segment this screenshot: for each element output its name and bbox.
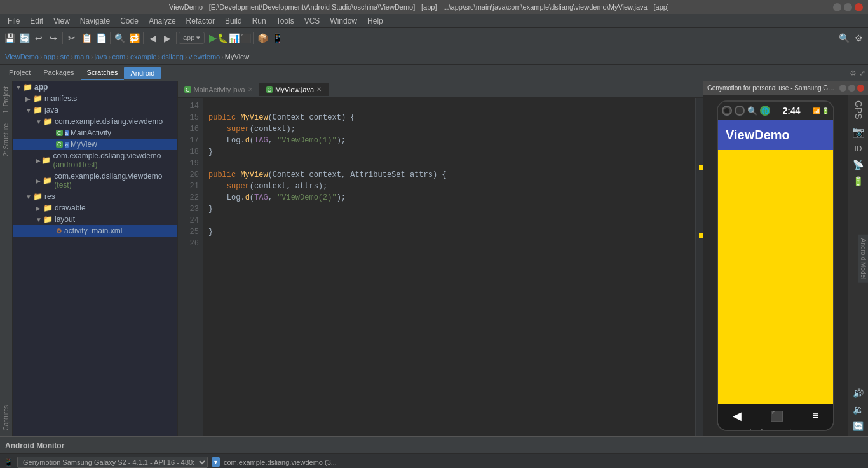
- project-side-tab[interactable]: 1: Project: [1, 81, 11, 118]
- minimize-btn[interactable]: [833, 3, 841, 11]
- device-expand-btn[interactable]: ▾: [212, 457, 220, 467]
- genymotion-restore-btn[interactable]: [848, 85, 855, 92]
- phone-status-bar: 🔍 🌐 2:44 📶 🔋: [718, 102, 833, 120]
- tab-scratches[interactable]: Scratches: [81, 66, 125, 80]
- menu-refactor[interactable]: Refactor: [181, 15, 220, 27]
- rotate-icon[interactable]: 🔄: [853, 421, 864, 431]
- tree-item-app[interactable]: ▼ 📁 app: [13, 81, 177, 93]
- tab-project[interactable]: Project: [3, 66, 37, 80]
- phone-search-icon[interactable]: 🔍: [747, 106, 757, 116]
- toolbar-cut-btn[interactable]: ✂: [65, 31, 79, 45]
- breadcrumb-dsliang[interactable]: dsliang: [161, 53, 184, 60]
- project-panel-expand[interactable]: ⤢: [859, 69, 865, 78]
- volume-up-icon[interactable]: 🔊: [853, 388, 864, 398]
- toolbar-undo-btn[interactable]: ↩: [32, 31, 46, 45]
- menu-code[interactable]: Code: [115, 15, 144, 27]
- editor-column: C MainActivity.java ✕ C MyView.java ✕ 14…: [178, 81, 703, 436]
- toolbar-redo-btn[interactable]: ↪: [46, 31, 60, 45]
- menu-build[interactable]: Build: [220, 15, 247, 27]
- project-panel-gear[interactable]: ⚙: [850, 69, 857, 78]
- battery-icon[interactable]: 🔋: [853, 176, 864, 186]
- breadcrumb-main[interactable]: main: [74, 53, 90, 60]
- coverage-btn[interactable]: 📊: [229, 33, 240, 43]
- toolbar-find-btn[interactable]: 🔍: [112, 31, 126, 45]
- toolbar-sync-btn[interactable]: 🔄: [17, 31, 31, 45]
- code-content[interactable]: public MyView(Context context) { super(c…: [203, 98, 695, 436]
- run-configuration[interactable]: app ▾: [179, 32, 205, 44]
- avd-btn[interactable]: 📱: [270, 31, 284, 45]
- breadcrumb-viewdemo2[interactable]: viewdemo: [189, 53, 220, 60]
- debug-btn[interactable]: 🐛: [217, 33, 228, 43]
- genymotion-close-btn[interactable]: [857, 85, 864, 92]
- breadcrumb-example[interactable]: example: [130, 53, 157, 60]
- tree-item-mainactivity[interactable]: C a MainActivity: [13, 127, 177, 139]
- menu-edit[interactable]: Edit: [25, 15, 48, 27]
- breadcrumb-src[interactable]: src: [60, 53, 70, 60]
- tree-item-layout[interactable]: ▼ 📁 layout: [13, 214, 177, 225]
- run-btn[interactable]: ▶: [209, 32, 217, 44]
- menu-bar: File Edit View Navigate Code Analyze Ref…: [0, 14, 868, 28]
- phone-frame: 🔍 🌐 2:44 📶 🔋 ViewDemo: [717, 100, 834, 431]
- title-bar-title: ViewDemo - [E:\Development\Development\A…: [5, 3, 833, 11]
- menu-run[interactable]: Run: [247, 15, 271, 27]
- tree-item-android-test[interactable]: ▶ 📁 com.example.dsliang.viewdemo (androi…: [13, 150, 177, 170]
- genymotion-minimize-btn[interactable]: [839, 85, 846, 92]
- menu-navigate[interactable]: Navigate: [75, 15, 115, 27]
- line-numbers: 14 15 16 17 18 19 20 21 22 23 24 25 26: [178, 98, 203, 436]
- tree-item-java[interactable]: ▼ 📁 java: [13, 104, 177, 116]
- breadcrumb-java[interactable]: java: [95, 53, 107, 60]
- menu-tools[interactable]: Tools: [271, 15, 299, 27]
- menu-help[interactable]: Help: [362, 15, 388, 27]
- menu-analyze[interactable]: Analyze: [144, 15, 181, 27]
- toolbar-forward-btn[interactable]: ▶: [160, 31, 174, 45]
- toolbar-save-btn[interactable]: 💾: [3, 31, 17, 45]
- close-tab-myview[interactable]: ✕: [316, 86, 322, 93]
- camera-icon[interactable]: 📷: [852, 126, 865, 138]
- toolbar-replace-btn[interactable]: 🔁: [127, 31, 141, 45]
- tree-item-myview[interactable]: C a MyView: [13, 139, 177, 150]
- wifi-icon[interactable]: 📡: [853, 160, 864, 170]
- phone-nav-bar: ◀ ⬛ ≡: [718, 404, 833, 427]
- phone-status-icons: 📶 🔋: [813, 107, 829, 114]
- menu-view[interactable]: View: [48, 15, 75, 27]
- phone-home-btn[interactable]: ⬛: [771, 410, 783, 422]
- tree-item-test[interactable]: ▶ 📁 com.example.dsliang.viewdemo (test): [13, 170, 177, 191]
- tab-myview-java[interactable]: C MyView.java ✕: [260, 83, 329, 96]
- android-model-tab[interactable]: Android Model: [858, 235, 868, 283]
- phone-back-btn[interactable]: ◀: [733, 409, 742, 423]
- toolbar-back-btn[interactable]: ◀: [146, 31, 159, 45]
- breadcrumb-myview[interactable]: MyView: [225, 53, 249, 60]
- tab-packages[interactable]: Packages: [37, 66, 80, 80]
- stop-btn[interactable]: ⬛: [240, 33, 251, 43]
- breadcrumb-app[interactable]: app: [44, 53, 55, 60]
- volume-down-icon[interactable]: 🔉: [853, 404, 864, 415]
- tab-android[interactable]: Android: [124, 67, 161, 79]
- tab-mainactivity-java[interactable]: C MainActivity.java ✕: [178, 83, 260, 96]
- genymotion-title-bar: Genymotion for personal use - Samsung Ga…: [703, 81, 868, 95]
- menu-window[interactable]: Window: [325, 15, 362, 27]
- tree-item-drawable[interactable]: ▶ 📁 drawable: [13, 202, 177, 214]
- tree-item-res[interactable]: ▼ 📁 res: [13, 191, 177, 202]
- tree-item-package[interactable]: ▼ 📁 com.example.dsliang.viewdemo: [13, 116, 177, 127]
- menu-file[interactable]: File: [3, 15, 25, 27]
- phone-action-bar: ViewDemo: [718, 120, 833, 150]
- menu-vcs[interactable]: VCS: [299, 15, 325, 27]
- breadcrumb-viewdemo[interactable]: ViewDemo: [5, 53, 39, 60]
- settings-btn[interactable]: ⚙: [851, 31, 865, 45]
- id-icon[interactable]: ID: [855, 144, 862, 153]
- gps-icon[interactable]: GPS: [853, 100, 864, 120]
- tree-item-activity-main[interactable]: ⚙ activity_main.xml: [13, 225, 177, 237]
- search-everywhere-btn[interactable]: 🔍: [837, 31, 851, 45]
- breadcrumb-com[interactable]: com: [112, 53, 125, 60]
- sdk-manager-btn[interactable]: 📦: [255, 31, 269, 45]
- toolbar-paste-btn[interactable]: 📄: [94, 31, 108, 45]
- phone-menu-btn[interactable]: ≡: [813, 410, 818, 422]
- close-btn[interactable]: [855, 3, 863, 11]
- device-dropdown[interactable]: Genymotion Samsung Galaxy S2 - 4.1.1 - A…: [17, 457, 208, 468]
- toolbar-copy-btn[interactable]: 📋: [79, 31, 93, 45]
- close-tab-mainactivity[interactable]: ✕: [248, 86, 253, 93]
- tree-item-manifests[interactable]: ▶ 📁 manifests: [13, 93, 177, 104]
- structure-side-tab[interactable]: 2: Structure: [1, 118, 11, 162]
- restore-btn[interactable]: [844, 3, 852, 11]
- captures-side-tab[interactable]: Captures: [1, 400, 11, 436]
